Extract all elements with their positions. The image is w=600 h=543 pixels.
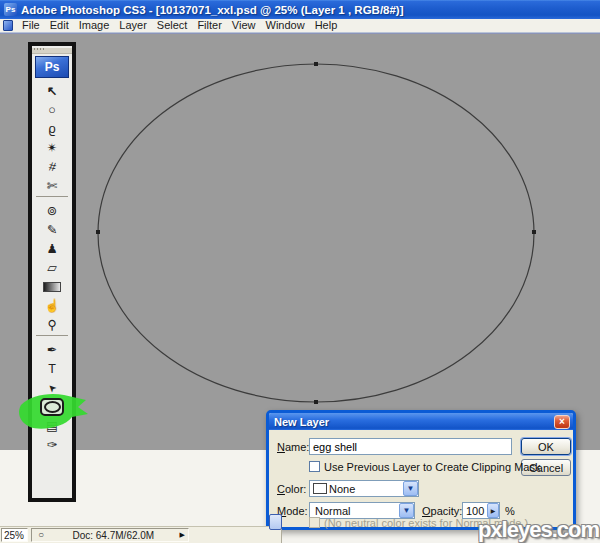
name-label-initial: N <box>277 441 285 453</box>
eyedropper-tool[interactable]: ✑ <box>32 435 72 454</box>
ps-logo: Ps <box>35 56 69 78</box>
color-value: None <box>329 483 355 495</box>
menu-image[interactable]: Image <box>74 19 115 31</box>
eraser-tool-icon: ▱ <box>47 260 57 276</box>
layer-name-input[interactable] <box>309 438 512 455</box>
menu-view[interactable]: View <box>227 19 261 31</box>
dialog-title-bar[interactable]: New Layer × <box>269 413 573 430</box>
photoshop-window: Ps Adobe Photoshop CS3 - [10137071_xxl.p… <box>0 0 600 543</box>
menu-filter[interactable]: Filter <box>192 19 226 31</box>
zoom-level-field[interactable]: 25% <box>1 528 28 542</box>
document-icon[interactable] <box>3 20 13 31</box>
menu-help[interactable]: Help <box>310 19 343 31</box>
spot-healing-brush-tool[interactable]: ⊚ <box>32 201 72 220</box>
menu-file[interactable]: File <box>17 19 45 31</box>
lasso-tool[interactable]: ϱ <box>32 119 72 138</box>
doc-info-field: ○ Doc: 64.7M/62.0M ▶ <box>31 528 189 542</box>
slice-tool[interactable]: ✄ <box>32 176 72 195</box>
photoshop-app-icon: Ps <box>4 3 17 16</box>
opacity-slider-arrow-icon[interactable]: ▶ <box>487 503 499 518</box>
dialog-body: Name: OK Cancel Use Previous Layer to Cr… <box>269 430 573 527</box>
scroll-button[interactable] <box>269 514 282 530</box>
clone-stamp-tool-icon: ♟ <box>46 241 57 257</box>
ellipse-tool-icon <box>40 398 64 416</box>
window-title: Adobe Photoshop CS3 - [10137071_xxl.psd … <box>21 4 404 16</box>
type-tool[interactable]: T <box>32 359 72 378</box>
opacity-label-rest: pacity: <box>431 505 463 517</box>
gradient-tool[interactable] <box>32 277 72 296</box>
workspace: Ps ↖○ϱ✴#✄⊚✎♟▱☝⚲✒T➤▤✑ New Layer × Name: O… <box>0 33 600 543</box>
mode-label-rest: ode: <box>286 505 307 517</box>
elliptical-marquee-tool[interactable]: ○ <box>32 100 72 119</box>
doc-size-text: Doc: 64.7M/62.0M <box>72 530 154 541</box>
clipping-mask-label: Use Previous Layer to Create Clipping Ma… <box>324 461 540 473</box>
neutral-color-checkbox-disabled <box>309 517 320 528</box>
crop-tool[interactable]: # <box>32 157 72 176</box>
spot-healing-brush-tool-icon: ⊚ <box>47 203 57 219</box>
ok-button[interactable]: OK <box>521 438 571 455</box>
crop-tool-icon: # <box>47 158 57 175</box>
chevron-down-icon[interactable]: ▼ <box>399 503 414 518</box>
menu-layer[interactable]: Layer <box>114 19 152 31</box>
color-label-rest: olor: <box>285 483 306 495</box>
ellipse-tool[interactable] <box>32 397 72 416</box>
eraser-tool[interactable]: ▱ <box>32 258 72 277</box>
type-tool-icon: T <box>48 361 56 377</box>
smudge-tool-icon: ☝ <box>44 298 60 314</box>
slice-tool-icon: ✄ <box>47 178 57 194</box>
opacity-label: Opacity: <box>422 505 462 517</box>
color-label-initial: C <box>277 483 285 495</box>
clone-stamp-tool[interactable]: ♟ <box>32 239 72 258</box>
color-dropdown[interactable]: None ▼ <box>309 480 419 497</box>
dodge-tool[interactable]: ⚲ <box>32 315 72 334</box>
chevron-down-icon[interactable]: ▼ <box>403 481 418 496</box>
opacity-value: 100 <box>466 505 484 517</box>
tool-list: ↖○ϱ✴#✄⊚✎♟▱☝⚲✒T➤▤✑ <box>32 81 72 454</box>
eyedropper-tool-icon: ✑ <box>47 437 57 453</box>
watermark: pxleyes.com <box>478 517 599 543</box>
dialog-title: New Layer <box>274 416 329 428</box>
menu-edit[interactable]: Edit <box>45 19 74 31</box>
pen-tool-icon: ✒ <box>47 342 57 358</box>
move-tool[interactable]: ↖ <box>32 81 72 100</box>
lasso-tool-icon: ϱ <box>48 121 55 137</box>
dodge-tool-icon: ⚲ <box>47 317 56 333</box>
menu-items: FileEditImageLayerSelectFilterViewWindow… <box>17 19 342 32</box>
pen-tool[interactable]: ✒ <box>32 340 72 359</box>
status-circle-icon: ○ <box>38 529 44 541</box>
menu-window[interactable]: Window <box>261 19 310 31</box>
opacity-unit: % <box>505 505 515 517</box>
canvas-area[interactable] <box>0 33 600 450</box>
status-bar: 25% ○ Doc: 64.7M/62.0M ▶ <box>0 526 282 543</box>
magic-wand-tool[interactable]: ✴ <box>32 138 72 157</box>
smudge-tool[interactable]: ☝ <box>32 296 72 315</box>
opacity-label-initial: O <box>422 505 431 517</box>
clipping-mask-checkbox[interactable] <box>309 461 320 472</box>
close-icon[interactable]: × <box>554 415 570 429</box>
brush-tool[interactable]: ✎ <box>32 220 72 239</box>
gradient-tool-icon <box>43 282 61 292</box>
name-label: Name: <box>277 441 309 453</box>
name-label-rest: ame: <box>285 441 309 453</box>
move-tool-icon: ↖ <box>47 83 57 99</box>
title-bar[interactable]: Ps Adobe Photoshop CS3 - [10137071_xxl.p… <box>0 0 600 19</box>
color-label: Color: <box>277 483 306 495</box>
palette-grip[interactable] <box>32 48 72 54</box>
brush-tool-icon: ✎ <box>47 222 57 238</box>
tool-divider <box>36 196 68 200</box>
magic-wand-tool-icon: ✴ <box>47 140 57 156</box>
color-swatch <box>313 483 327 494</box>
menu-select[interactable]: Select <box>152 19 193 31</box>
mode-value: Normal <box>315 505 350 517</box>
new-layer-dialog: New Layer × Name: OK Cancel Use Previous… <box>266 410 576 530</box>
status-menu-arrow-icon[interactable]: ▶ <box>180 531 185 539</box>
tools-palette: Ps ↖○ϱ✴#✄⊚✎♟▱☝⚲✒T➤▤✑ <box>28 42 76 502</box>
menu-bar: FileEditImageLayerSelectFilterViewWindow… <box>0 19 600 33</box>
elliptical-marquee-tool-icon: ○ <box>48 102 56 118</box>
tool-divider <box>36 335 68 339</box>
